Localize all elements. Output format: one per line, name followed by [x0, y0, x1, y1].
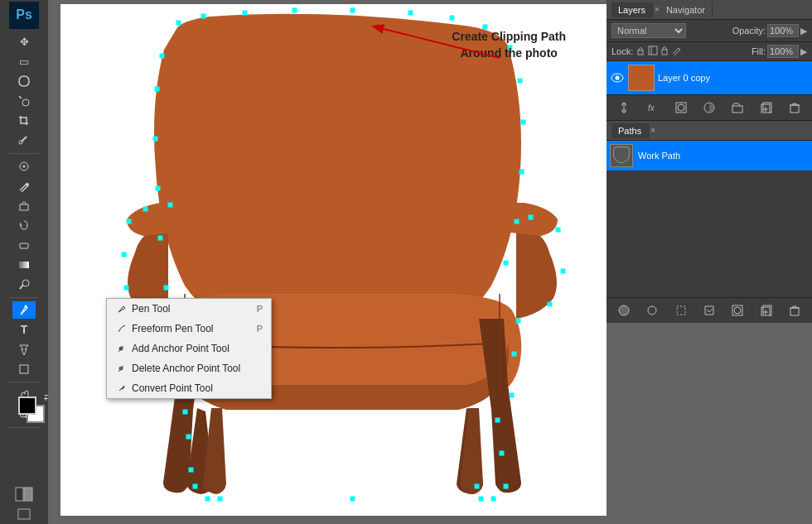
layer-group-btn[interactable]	[728, 99, 747, 117]
magic-wand-tool[interactable]	[12, 92, 36, 110]
svg-rect-64	[158, 236, 162, 240]
eyedropper-tool[interactable]	[12, 132, 36, 150]
svg-line-70	[384, 29, 500, 58]
svg-rect-42	[510, 393, 514, 397]
canvas[interactable]: Create Clipping Path Around the photo Pe…	[60, 4, 607, 516]
path-thumbnail	[610, 144, 633, 167]
eraser-tool[interactable]	[12, 236, 36, 254]
context-menu: Pen Tool P Freeform Pen Tool P	[106, 298, 272, 399]
path-to-sel-btn[interactable]	[672, 301, 690, 320]
svg-text:fx: fx	[648, 103, 655, 113]
layers-tab[interactable]: Layers	[611, 2, 653, 17]
svg-rect-87	[732, 106, 742, 113]
opacity-input[interactable]	[767, 24, 799, 37]
path-delete-btn[interactable]	[785, 301, 804, 320]
layer-new-btn[interactable]	[757, 99, 776, 117]
svg-rect-45	[504, 484, 508, 488]
add-anchor-label: Add Anchor Point Tool	[132, 343, 230, 354]
dodge-tool[interactable]	[12, 276, 36, 294]
layer-actions-bar: fx	[607, 94, 812, 120]
svg-point-13	[25, 305, 27, 308]
path-fill-btn[interactable]	[615, 301, 633, 320]
fill-label: Fill:	[752, 46, 766, 56]
svg-rect-34	[515, 219, 519, 224]
svg-rect-49	[350, 497, 355, 501]
paths-tab[interactable]: Paths	[611, 123, 649, 138]
layer-fx-btn[interactable]: fx	[643, 99, 661, 117]
svg-rect-43	[495, 418, 500, 422]
lock-position-icon[interactable]	[636, 46, 645, 57]
path-stroke-btn[interactable]	[643, 301, 661, 320]
marquee-tool[interactable]: ▭	[12, 53, 36, 71]
context-convert-point[interactable]: Convert Point Tool	[107, 378, 271, 398]
crop-tool[interactable]	[12, 112, 36, 130]
chair-illustration	[60, 4, 607, 516]
svg-rect-47	[479, 497, 483, 501]
blend-opacity-row: Normal Multiply Screen Opacity: ▶	[607, 20, 812, 42]
pen-tool[interactable]	[12, 301, 36, 320]
gradient-tool[interactable]	[12, 256, 36, 274]
opacity-arrow[interactable]: ▶	[800, 26, 807, 36]
path-mask-btn[interactable]	[728, 301, 747, 320]
type-tool[interactable]: T	[12, 320, 36, 339]
svg-rect-79	[662, 50, 667, 55]
svg-rect-26	[350, 8, 355, 12]
stamp-tool[interactable]	[12, 196, 36, 214]
history-brush-tool[interactable]	[12, 216, 36, 234]
context-add-anchor[interactable]: Add Anchor Point Tool	[107, 339, 271, 358]
svg-rect-48	[475, 484, 479, 488]
layer-link-btn[interactable]	[615, 99, 633, 117]
layer-delete-btn[interactable]	[785, 99, 804, 117]
foreground-color[interactable]	[18, 397, 36, 415]
canvas-area: Create Clipping Path Around the photo Pe…	[48, 0, 607, 524]
fg-bg-colors[interactable]: ⇄	[18, 397, 48, 424]
svg-rect-53	[189, 468, 193, 472]
lock-all-icon[interactable]	[660, 46, 669, 57]
context-freeform-pen-tool[interactable]: Freeform Pen Tool P	[107, 319, 271, 339]
quick-mask-btn[interactable]	[12, 485, 36, 503]
navigator-tab[interactable]: Navigator	[660, 2, 713, 17]
annotation-container: Create Clipping Path Around the photo	[452, 29, 566, 61]
svg-rect-62	[168, 203, 172, 207]
sel-to-path-btn[interactable]	[700, 301, 718, 320]
svg-point-94	[619, 305, 629, 315]
screen-mode-btn[interactable]	[12, 505, 36, 523]
layer-0-copy-item[interactable]: Layer 0 copy	[607, 61, 812, 94]
svg-rect-39	[548, 302, 552, 306]
path-selection-tool[interactable]	[12, 340, 36, 358]
red-arrow	[367, 21, 516, 87]
lasso-tool[interactable]	[12, 72, 36, 90]
move-tool[interactable]: ✥	[12, 33, 36, 51]
fill-input[interactable]	[767, 45, 799, 58]
svg-point-95	[648, 306, 656, 315]
layer-visibility-icon[interactable]	[610, 70, 625, 85]
fill-arrow[interactable]: ▶	[800, 46, 807, 57]
lock-image-icon[interactable]	[648, 46, 658, 57]
layers-panel: Layers × Navigator Normal Multiply Scree…	[607, 0, 812, 121]
spot-heal-tool[interactable]	[12, 157, 36, 175]
layer-mask-btn[interactable]	[672, 99, 690, 117]
toolbar: Ps ✥ ▭	[0, 0, 48, 524]
brush-tool[interactable]	[12, 177, 36, 195]
paths-panel-header: Paths ×	[607, 121, 812, 141]
svg-rect-54	[186, 435, 191, 439]
shape-tool[interactable]	[12, 360, 36, 378]
svg-point-7	[26, 183, 29, 186]
paths-tab-close[interactable]: ×	[650, 126, 655, 135]
svg-line-2	[22, 137, 27, 142]
svg-rect-23	[201, 14, 205, 18]
blend-mode-select[interactable]: Normal Multiply Screen	[611, 23, 686, 38]
context-delete-anchor[interactable]: Delete Anchor Point Tool	[107, 358, 271, 378]
svg-rect-41	[512, 352, 516, 356]
path-new-btn[interactable]	[757, 301, 776, 320]
lock-brush-icon[interactable]	[671, 46, 681, 57]
svg-rect-35	[504, 261, 508, 265]
work-path-item[interactable]: Work Path	[607, 141, 812, 171]
context-pen-tool[interactable]: Pen Tool P	[107, 299, 271, 319]
layer-adj-btn[interactable]	[700, 99, 718, 117]
opacity-control: Opacity: ▶	[732, 24, 807, 37]
svg-rect-28	[450, 16, 454, 20]
svg-rect-22	[176, 21, 181, 25]
ps-logo: Ps	[9, 2, 39, 29]
svg-rect-24	[243, 11, 247, 15]
